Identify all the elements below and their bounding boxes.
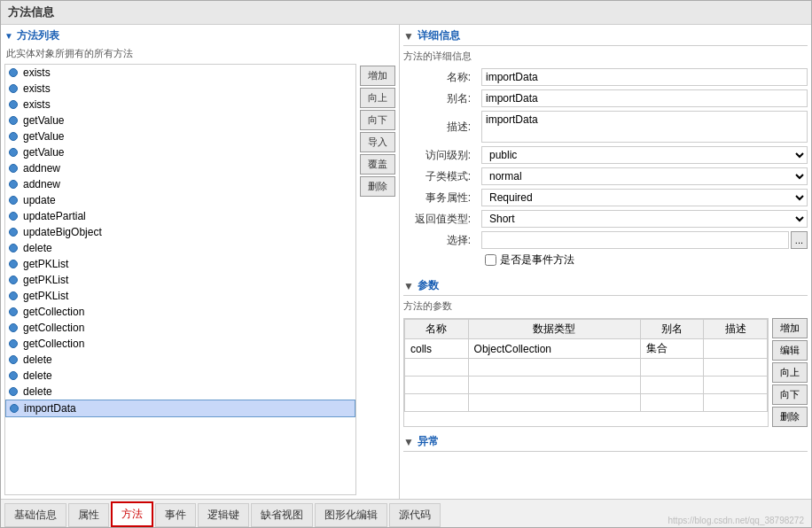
event-checkbox-row: 是否是事件方法	[481, 252, 808, 268]
method-item[interactable]: delete	[5, 368, 355, 384]
method-item[interactable]: getValue	[5, 144, 355, 160]
params-title: 参数	[418, 278, 439, 293]
method-dot	[9, 100, 18, 109]
method-item[interactable]: update	[5, 192, 355, 208]
method-dot	[9, 291, 18, 300]
access-select[interactable]: public private protected	[481, 146, 808, 164]
method-item[interactable]: delete	[5, 384, 355, 400]
transaction-label: 事务属性:	[403, 190, 474, 206]
method-item[interactable]: addnew	[5, 176, 355, 192]
method-item[interactable]: getPKList	[5, 256, 355, 272]
tab-逻辑键[interactable]: 逻辑键	[198, 503, 249, 527]
select-input[interactable]	[481, 231, 789, 249]
tab-源代码[interactable]: 源代码	[389, 503, 441, 527]
name-label: 名称:	[403, 70, 474, 85]
method-dot	[9, 323, 18, 332]
method-btn-导入[interactable]: 导入	[360, 132, 395, 152]
name-input[interactable]	[481, 68, 808, 86]
method-dot	[10, 404, 19, 413]
method-btn-覆盖[interactable]: 覆盖	[360, 154, 395, 175]
method-item[interactable]: exists	[5, 81, 355, 97]
tab-基础信息[interactable]: 基础信息	[4, 503, 66, 527]
browse-button[interactable]: ...	[791, 231, 808, 249]
method-dot	[9, 339, 18, 348]
method-dot	[9, 276, 18, 284]
method-item[interactable]: updateBigObject	[5, 224, 355, 240]
method-btn-向上[interactable]: 向上	[360, 88, 395, 108]
method-list[interactable]: existsexistsexistsgetValuegetValuegetVal…	[4, 64, 356, 495]
desc-textarea[interactable]: importData	[481, 111, 808, 143]
method-item[interactable]: exists	[5, 97, 355, 113]
method-name: exists	[23, 98, 51, 111]
method-item[interactable]: getPKList	[5, 288, 355, 304]
method-item[interactable]: exists	[5, 65, 355, 81]
method-item[interactable]: addnew	[5, 160, 355, 176]
param-name: colls	[405, 339, 469, 359]
transaction-select[interactable]: Required RequiresNew Supported NotSuppor…	[481, 189, 808, 206]
params-table: 名称 数据类型 别名 描述 colls ObjectCollection	[404, 319, 768, 412]
method-name: delete	[23, 242, 52, 254]
detail-section: ▼ 详细信息 方法的详细信息 名称: 别名: 描述: importData 访问…	[403, 28, 808, 271]
params-area: 名称 数据类型 别名 描述 colls ObjectCollection	[403, 318, 808, 427]
select-label: 选择:	[403, 233, 474, 248]
access-label: 访问级别:	[403, 148, 474, 163]
method-item[interactable]: getCollection	[5, 336, 355, 352]
method-btn-向下[interactable]: 向下	[360, 110, 395, 130]
method-btn-删除[interactable]: 删除	[360, 176, 395, 197]
method-name: update	[23, 194, 56, 206]
method-dot	[9, 260, 18, 268]
subclass-label: 子类模式:	[403, 169, 474, 184]
table-row-empty[interactable]	[405, 359, 768, 377]
method-list-title: 方法列表	[17, 28, 59, 43]
method-item[interactable]: getPKList	[5, 272, 355, 288]
return-type-select[interactable]: Short Integer Long String Boolean void	[481, 210, 808, 228]
content-area: ▼ 方法列表 此实体对象所拥有的所有方法 existsexistsexistsg…	[1, 25, 811, 499]
method-buttons: 增加向上向下导入覆盖删除	[360, 64, 395, 495]
params-arrow: ▼	[403, 280, 414, 292]
method-dot	[9, 307, 18, 316]
method-item[interactable]: delete	[5, 240, 355, 256]
method-name: getPKList	[23, 274, 68, 286]
watermark: https://blog.csdn.net/qq_38798272	[668, 516, 808, 527]
params-btn-编辑[interactable]: 编辑	[772, 340, 808, 361]
method-dot	[9, 148, 18, 157]
params-btn-向上[interactable]: 向上	[772, 362, 808, 383]
subclass-select[interactable]: normal override abstract	[481, 167, 808, 185]
method-item[interactable]: getCollection	[5, 304, 355, 320]
params-btn-向下[interactable]: 向下	[772, 384, 808, 405]
tab-缺省视图[interactable]: 缺省视图	[251, 503, 313, 527]
tab-事件[interactable]: 事件	[155, 503, 196, 527]
table-row[interactable]: colls ObjectCollection 集合	[405, 339, 768, 359]
method-name: delete	[23, 385, 52, 398]
table-row-empty2[interactable]	[405, 377, 768, 394]
method-name: getValue	[23, 146, 64, 159]
method-item[interactable]: getCollection	[5, 320, 355, 336]
table-row-empty3[interactable]	[405, 394, 768, 412]
method-item[interactable]: getValue	[5, 128, 355, 144]
list-area: existsexistsexistsgetValuegetValuegetVal…	[4, 64, 395, 495]
params-section-header: ▼ 参数	[403, 278, 808, 296]
params-section: ▼ 参数 方法的参数 名称 数据类型 别名 描述	[403, 278, 808, 427]
tab-图形化编辑[interactable]: 图形化编辑	[315, 503, 387, 527]
method-btn-增加[interactable]: 增加	[360, 66, 395, 86]
tab-方法[interactable]: 方法	[111, 501, 153, 527]
param-desc	[704, 339, 768, 359]
method-item[interactable]: importData	[5, 400, 355, 417]
method-dot	[9, 68, 18, 77]
is-event-label: 是否是事件方法	[500, 252, 574, 268]
method-item[interactable]: delete	[5, 352, 355, 368]
method-item[interactable]: getValue	[5, 113, 355, 128]
tab-属性[interactable]: 属性	[68, 503, 109, 527]
method-dot	[9, 84, 18, 93]
method-list-header[interactable]: ▼ 方法列表	[4, 28, 395, 43]
is-event-checkbox[interactable]	[485, 254, 496, 266]
method-name: getValue	[23, 114, 64, 127]
method-name: getCollection	[23, 322, 84, 334]
method-name: addnew	[23, 162, 60, 175]
method-item[interactable]: updatePartial	[5, 208, 355, 224]
window-title: 方法信息	[1, 1, 811, 25]
exception-title: 异常	[418, 434, 439, 449]
params-btn-删除[interactable]: 删除	[772, 407, 808, 427]
alias-input[interactable]	[481, 89, 808, 107]
params-btn-增加[interactable]: 增加	[772, 318, 808, 338]
